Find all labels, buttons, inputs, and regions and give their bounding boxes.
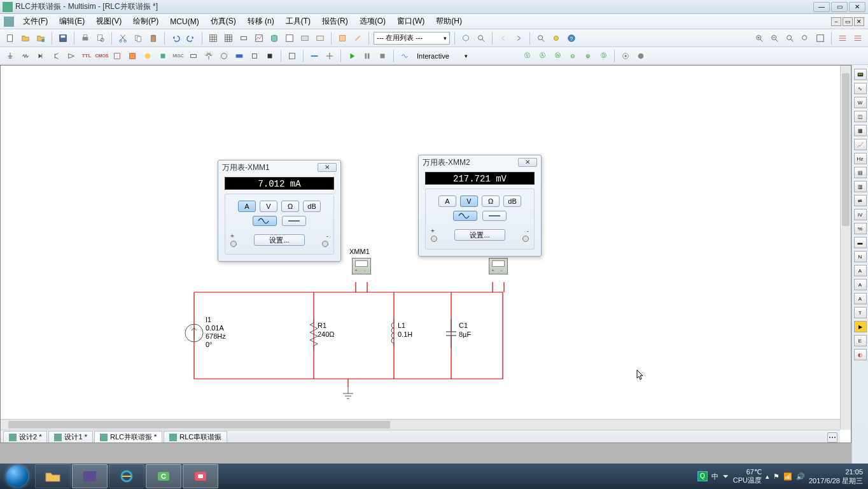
xmm1-set-button[interactable]: 设置...: [254, 234, 305, 246]
tab-design2[interactable]: 设计2 *: [3, 431, 47, 443]
taskbar[interactable]: C Q 中 ⏷ 67℃ CPU温度 ▴ ⚑ 📶 🔊 21:05 2017/6/2…: [0, 464, 868, 489]
xmm2-minus-terminal[interactable]: [522, 236, 529, 242]
iv-analyzer-icon[interactable]: IV: [854, 209, 867, 220]
current-probe-icon[interactable]: ◐: [854, 349, 867, 360]
cmos-icon[interactable]: CMOS: [95, 50, 108, 62]
tray-network-icon[interactable]: 📶: [783, 472, 792, 481]
print-preview-icon[interactable]: [94, 32, 107, 45]
word-gen-icon[interactable]: ▤: [854, 167, 867, 178]
maximize-button[interactable]: ▭: [831, 2, 848, 12]
paste-icon[interactable]: [147, 32, 160, 45]
taskbar-ie[interactable]: [109, 464, 144, 488]
xmm2-close-button[interactable]: ✕: [518, 158, 537, 167]
function-gen-icon[interactable]: ∿: [854, 83, 867, 94]
ground-icon[interactable]: [4, 50, 17, 62]
xmm2-dc-button[interactable]: [482, 211, 507, 221]
elvis-icon[interactable]: [314, 32, 326, 45]
advanced-peripherals-icon[interactable]: [187, 50, 200, 62]
tray-volume-icon[interactable]: 🔊: [796, 472, 805, 481]
connector-icon[interactable]: [248, 50, 261, 62]
oscilloscope-icon[interactable]: ◫: [854, 111, 867, 122]
elvis-instrument-icon[interactable]: E: [854, 335, 867, 346]
minimize-button[interactable]: —: [813, 2, 830, 12]
menu-help[interactable]: 帮助(H): [433, 15, 465, 28]
sim-mode-combo[interactable]: Interactive: [414, 50, 471, 62]
back-annotate-icon[interactable]: [497, 32, 510, 45]
agilent-mm-icon[interactable]: A: [854, 279, 867, 290]
electromechanical-icon[interactable]: [218, 50, 230, 62]
cut-icon[interactable]: [116, 32, 129, 45]
xmm1-minus-terminal[interactable]: [322, 241, 328, 247]
tab-rlc-parallel[interactable]: RLC并联谐振 *: [94, 431, 162, 443]
help-icon[interactable]: ?: [565, 32, 578, 45]
database-icon[interactable]: [268, 32, 281, 45]
wattmeter-icon[interactable]: W: [854, 97, 867, 108]
xmm2-set-button[interactable]: 设置...: [454, 229, 505, 241]
canvas[interactable]: I1 0.01A 678Hz 0° R1 240Ω L1 0.1H C1 8µF…: [0, 65, 851, 443]
zoom-out-icon[interactable]: [768, 32, 781, 45]
xmm1-component[interactable]: [352, 258, 371, 274]
new-file-icon[interactable]: [4, 32, 17, 45]
spreadsheet-icon[interactable]: [851, 32, 864, 45]
component-icon[interactable]: [237, 32, 250, 45]
tab-overflow-icon[interactable]: ⋯: [827, 432, 837, 443]
agilent-fg-icon[interactable]: A: [854, 265, 867, 276]
xmm1-mode-db[interactable]: dB: [303, 201, 321, 212]
xmm1-mode-ohm[interactable]: Ω: [281, 201, 299, 212]
hierarchy-block-icon[interactable]: [286, 50, 298, 62]
taskbar-camtasia[interactable]: C: [146, 464, 181, 488]
bode-plotter-icon[interactable]: 📈: [854, 139, 867, 150]
grid-icon[interactable]: [222, 32, 235, 45]
power-icon[interactable]: [157, 50, 169, 62]
probe-d-icon[interactable]: Ⓓ: [597, 50, 610, 62]
mdi-minimize[interactable]: –: [831, 17, 841, 26]
full-screen-icon[interactable]: [814, 32, 827, 45]
ime-option-icon[interactable]: ⏷: [722, 472, 729, 480]
xmm1-plus-terminal[interactable]: [230, 241, 237, 247]
xmm2-mode-db[interactable]: dB: [503, 195, 521, 207]
resistor-icon[interactable]: [19, 50, 32, 62]
logic-analyzer-icon[interactable]: ▥: [854, 181, 867, 192]
menu-transfer[interactable]: 转移 (n): [245, 15, 277, 28]
close-button[interactable]: ✕: [849, 2, 865, 12]
menu-mcu[interactable]: MCU(M): [167, 16, 201, 27]
tab-rlc-series[interactable]: RLC串联谐振: [164, 431, 227, 443]
start-button[interactable]: [0, 464, 34, 489]
freq-counter-icon[interactable]: Hz: [854, 153, 867, 164]
menu-tools[interactable]: 工具(T): [283, 15, 313, 28]
logic-converter-icon[interactable]: ⇄: [854, 195, 867, 206]
xmm1-mode-v[interactable]: V: [260, 201, 277, 212]
distortion-icon[interactable]: %: [854, 223, 867, 234]
electrical-rules-icon[interactable]: [459, 32, 472, 45]
horizontal-scrollbar[interactable]: [1, 419, 840, 430]
tek-scope-icon[interactable]: T: [854, 307, 867, 318]
menu-view[interactable]: 视图(V): [94, 15, 124, 28]
zoom-area-icon[interactable]: [535, 32, 547, 45]
probe-a-icon[interactable]: Ⓐ: [536, 50, 549, 62]
mdi-close[interactable]: ✕: [854, 17, 864, 26]
4ch-scope-icon[interactable]: ▦: [854, 125, 867, 136]
labview-icon[interactable]: ▶: [854, 321, 867, 332]
menu-edit[interactable]: 编辑(E): [57, 15, 87, 28]
tray-clock[interactable]: 21:05 2017/6/28 星期三: [809, 467, 863, 485]
grapher-icon[interactable]: [253, 32, 265, 45]
find-icon[interactable]: [475, 32, 487, 45]
spectrum-icon[interactable]: ▬: [854, 237, 867, 248]
tray-flag-icon[interactable]: ⚑: [773, 472, 780, 481]
probe-diff-icon[interactable]: ⊖: [566, 50, 579, 62]
menu-options[interactable]: 选项(O): [357, 15, 388, 28]
ttl-icon[interactable]: TTL: [80, 50, 93, 62]
xmm1-ac-button[interactable]: [253, 216, 277, 226]
agilent-scope-icon[interactable]: A: [854, 293, 867, 304]
rf-icon[interactable]: [202, 50, 215, 62]
multimeter-xmm2-panel[interactable]: 万用表-XMM2 ✕ 217.721 mV A V Ω dB + 设置...: [418, 155, 542, 257]
analog-icon[interactable]: [65, 50, 78, 62]
menu-window[interactable]: 窗口(W): [395, 15, 427, 28]
misc-digital-icon[interactable]: [111, 50, 123, 62]
redo-icon[interactable]: [185, 32, 197, 45]
stop-icon[interactable]: [376, 50, 389, 62]
pause-icon[interactable]: [361, 50, 374, 62]
tab-design1[interactable]: 设计1 *: [48, 431, 92, 443]
mcu-icon[interactable]: [263, 50, 276, 62]
menu-reports[interactable]: 报告(R): [319, 15, 351, 28]
